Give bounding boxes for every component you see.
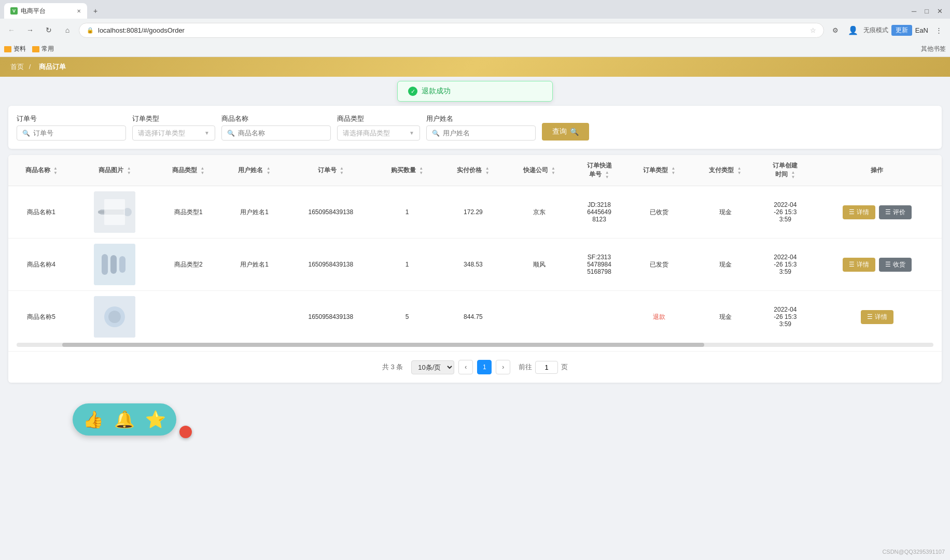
- cell-goods-type-1: 商品类型1: [156, 186, 221, 239]
- horizontal-scrollbar[interactable]: [17, 343, 933, 347]
- like-reaction-button[interactable]: 👍: [83, 410, 104, 429]
- goods-name-input[interactable]: [238, 129, 325, 137]
- extensions-button[interactable]: ⚙: [828, 23, 843, 37]
- cursor-indicator: [179, 426, 192, 438]
- sort-icon-express-company[interactable]: ▲▼: [551, 166, 555, 175]
- app-container: 首页 / 商品订单 ✓ 退款成功 订单号 🔍: [0, 57, 950, 524]
- other-bookmarks[interactable]: 其他书签: [921, 45, 946, 53]
- goods-type-select[interactable]: 请选择商品类型 商品类型1 商品类型2: [343, 129, 406, 137]
- sort-icon-username[interactable]: ▲▼: [267, 166, 271, 175]
- svg-rect-6: [110, 255, 117, 274]
- review-button-1[interactable]: ☰ 评价: [879, 205, 912, 219]
- detail-button-2[interactable]: ☰ 详情: [843, 258, 875, 272]
- username-label: 用户姓名: [426, 114, 536, 123]
- toast-success-icon: ✓: [408, 87, 417, 96]
- refresh-button[interactable]: ↻: [41, 23, 56, 37]
- sort-icon-order-type[interactable]: ▲▼: [671, 166, 675, 175]
- sort-icon-purchase-qty[interactable]: ▲▼: [419, 166, 423, 175]
- star-reaction-button[interactable]: ⭐: [145, 410, 166, 429]
- detail-button-3[interactable]: ☰ 详情: [861, 310, 893, 324]
- renew-button[interactable]: 更新: [891, 25, 912, 36]
- table-section: 商品名称 ▲▼ 商品图片 ▲▼ 商品类型 ▲▼: [8, 155, 942, 383]
- query-button[interactable]: 查询 🔍: [542, 123, 589, 141]
- forward-button[interactable]: →: [23, 23, 37, 37]
- detail-button-1[interactable]: ☰ 详情: [843, 205, 875, 219]
- username-field: 用户姓名 🔍: [426, 114, 536, 141]
- query-label: 查询: [552, 127, 567, 136]
- order-type-select[interactable]: 请选择订单类型 已收货 已发货 退款: [138, 129, 201, 137]
- col-order-no: 订单号 ▲▼: [287, 155, 374, 186]
- new-tab-button[interactable]: +: [89, 5, 102, 17]
- order-type-select-wrap[interactable]: 请选择订单类型 已收货 已发货 退款 ▼: [132, 125, 215, 141]
- window-close-button[interactable]: ✕: [934, 7, 946, 15]
- svg-rect-7: [119, 256, 125, 273]
- receive-icon-2: ☰: [885, 261, 891, 268]
- browser-toolbar-right: ⚙ 👤 无痕模式 更新 EaN ⋮: [828, 23, 946, 37]
- window-maximize-button[interactable]: □: [921, 7, 932, 15]
- col-purchase-qty: 购买数量 ▲▼: [374, 155, 440, 186]
- toast-message: 退款成功: [422, 87, 451, 96]
- cell-express-company-2: 顺风: [506, 239, 572, 291]
- scrollbar-thumb[interactable]: [62, 343, 704, 347]
- order-no-input[interactable]: [33, 129, 120, 137]
- sort-icon-express-no[interactable]: ▲▼: [605, 170, 609, 179]
- cell-pay-type-3: 现金: [692, 291, 758, 343]
- back-button[interactable]: ←: [4, 23, 19, 37]
- detail-icon-3: ☰: [867, 313, 873, 320]
- bookmark-star-icon[interactable]: ☆: [810, 26, 816, 34]
- cell-express-no-1: JD:321864456498123: [572, 186, 626, 239]
- bookmark-resources[interactable]: 资料: [4, 45, 26, 53]
- detail-icon-1: ☰: [849, 208, 855, 216]
- username-input[interactable]: [443, 129, 530, 137]
- window-minimize-button[interactable]: ─: [909, 7, 919, 15]
- cell-goods-img-3: [74, 291, 155, 343]
- page-1-button[interactable]: 1: [477, 360, 492, 374]
- search-row: 订单号 🔍 订单类型 请选择订单类型 已收货 已发货 退款: [17, 114, 933, 141]
- svg-point-10: [108, 311, 121, 323]
- sort-icon-goods-img[interactable]: ▲▼: [127, 166, 131, 175]
- col-express-no: 订单快递单号 ▲▼: [572, 155, 626, 186]
- breadcrumb-home[interactable]: 首页: [10, 63, 24, 71]
- prev-page-button[interactable]: ‹: [458, 360, 473, 374]
- cell-order-type-1: 已收货: [626, 186, 692, 239]
- address-bar[interactable]: 🔒 localhost:8081/#/goodsOrder ☆: [79, 23, 824, 38]
- browser-controls: ← → ↻ ⌂ 🔒 localhost:8081/#/goodsOrder ☆ …: [0, 19, 950, 41]
- browser-active-tab[interactable]: V 电商平台 ✕: [4, 3, 87, 19]
- order-type-label: 订单类型: [132, 114, 215, 123]
- goods-type-select-wrap[interactable]: 请选择商品类型 商品类型1 商品类型2 ▼: [337, 125, 420, 141]
- cell-order-type-3: 退款: [626, 291, 692, 343]
- sort-icon-goods-name[interactable]: ▲▼: [53, 166, 58, 175]
- sort-icon-order-no[interactable]: ▲▼: [340, 166, 344, 175]
- table-row: 商品名称4: [8, 239, 942, 291]
- cell-username-1: 用户姓名1: [221, 186, 287, 239]
- profile-button[interactable]: 👤: [846, 23, 860, 37]
- next-page-button[interactable]: ›: [496, 360, 510, 374]
- goods-type-label: 商品类型: [337, 114, 420, 123]
- reaction-bar-container: 👍 🔔 ⭐: [73, 403, 176, 436]
- pagination-section: 共 3 条 10条/页 20条/页 50条/页 ‹ 1 › 前往 页: [8, 351, 942, 383]
- tab-close-button[interactable]: ✕: [77, 8, 81, 14]
- menu-button[interactable]: ⋮: [931, 23, 946, 37]
- sort-icon-pay-type[interactable]: ▲▼: [737, 166, 742, 175]
- cell-order-type-2: 已发货: [626, 239, 692, 291]
- sort-icon-actual-price[interactable]: ▲▼: [485, 166, 490, 175]
- sort-icon-create-time[interactable]: ▲▼: [791, 170, 795, 179]
- page-size-select[interactable]: 10条/页 20条/页 50条/页: [411, 360, 454, 374]
- tab-title: 电商平台: [21, 7, 74, 16]
- cell-order-no-2: 1650958439138: [287, 239, 374, 291]
- bookmark-common[interactable]: 常用: [32, 45, 54, 53]
- cell-pay-type-2: 现金: [692, 239, 758, 291]
- cell-goods-name-3: 商品名称5: [8, 291, 74, 343]
- cell-goods-img-2: [74, 239, 155, 291]
- follow-reaction-button[interactable]: 🔔: [114, 410, 135, 429]
- col-express-company: 快递公司 ▲▼: [506, 155, 572, 186]
- sort-icon-goods-type[interactable]: ▲▼: [200, 166, 204, 175]
- cell-purchase-qty-3: 5: [374, 291, 440, 343]
- col-actual-price: 实付价格 ▲▼: [440, 155, 506, 186]
- cell-express-no-2: SF:231354789845168798: [572, 239, 626, 291]
- cell-actual-price-3: 844.75: [440, 291, 506, 343]
- home-button[interactable]: ⌂: [60, 23, 75, 37]
- receive-button-2[interactable]: ☰ 收货: [879, 258, 912, 272]
- cell-create-time-3: 2022-04-26 15:33:59: [758, 291, 812, 343]
- goto-input[interactable]: [535, 361, 558, 374]
